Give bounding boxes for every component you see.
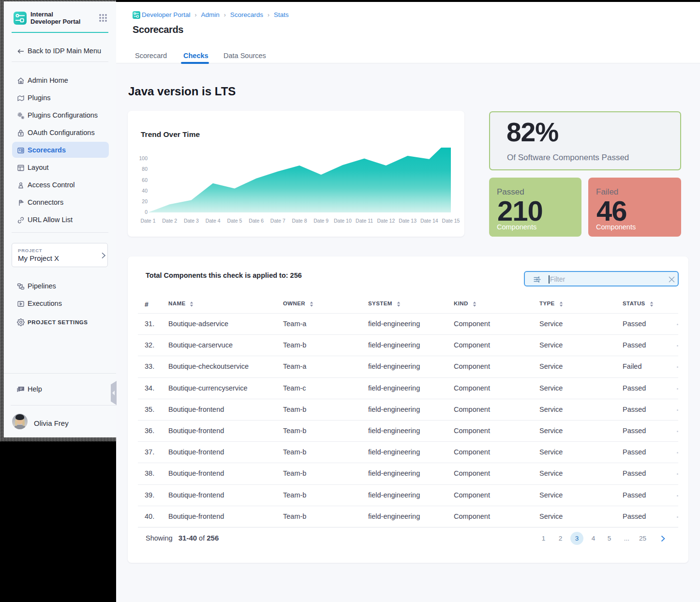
svg-text:Date 9: Date 9 bbox=[313, 218, 328, 224]
svg-text:Date 2: Date 2 bbox=[162, 218, 177, 224]
svg-text:80: 80 bbox=[142, 166, 148, 172]
svg-text:Date 6: Date 6 bbox=[249, 218, 264, 224]
svg-text:Date 8: Date 8 bbox=[292, 218, 307, 224]
svg-text:Date 7: Date 7 bbox=[270, 218, 285, 224]
svg-text:Date 12: Date 12 bbox=[377, 218, 395, 224]
svg-text:Date 1: Date 1 bbox=[141, 218, 156, 224]
svg-text:Date 11: Date 11 bbox=[356, 218, 373, 224]
svg-text:Date 13: Date 13 bbox=[399, 218, 417, 224]
svg-text:Date 3: Date 3 bbox=[184, 218, 199, 224]
svg-text:100: 100 bbox=[139, 155, 148, 161]
svg-text:Date 15: Date 15 bbox=[442, 218, 460, 224]
svg-text:20: 20 bbox=[142, 198, 148, 204]
svg-text:40: 40 bbox=[142, 188, 148, 194]
svg-text:60: 60 bbox=[142, 177, 148, 183]
svg-text:Date 5: Date 5 bbox=[227, 218, 242, 224]
svg-text:Date 10: Date 10 bbox=[334, 218, 352, 224]
svg-text:Date 14: Date 14 bbox=[420, 218, 438, 224]
svg-text:0: 0 bbox=[145, 209, 148, 215]
svg-text:Date 4: Date 4 bbox=[206, 218, 221, 224]
